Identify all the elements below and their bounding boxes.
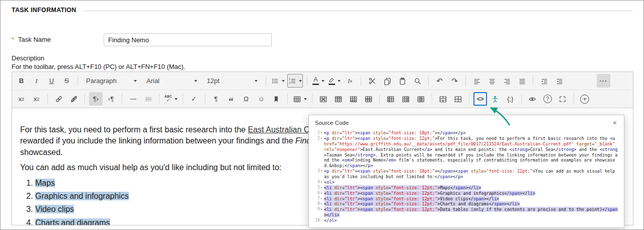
highlight-color-bar xyxy=(329,84,335,85)
line-number-gutter: 2▾ xyxy=(311,136,324,169)
align-right-button[interactable] xyxy=(500,74,514,88)
fullscreen-icon xyxy=(558,95,567,103)
chevron-down-icon xyxy=(134,80,137,82)
toolbar-separator xyxy=(428,75,429,87)
merge-cells-button[interactable] xyxy=(436,92,450,106)
undo-button[interactable]: ↶ xyxy=(433,74,446,88)
fold-arrow-icon[interactable]: ▾ xyxy=(320,196,323,202)
fullscreen-button[interactable] xyxy=(556,92,570,106)
insert-row-after-button[interactable] xyxy=(347,92,360,106)
insert-table-button[interactable] xyxy=(292,92,308,106)
numbered-list-icon: 12 xyxy=(288,77,296,85)
checkmark-button[interactable]: ✓ xyxy=(187,92,201,106)
delete-column-button[interactable] xyxy=(414,92,428,106)
superscript-button[interactable]: x2 xyxy=(15,92,28,106)
split-cells-button[interactable] xyxy=(451,92,465,106)
fold-arrow-icon[interactable]: ▾ xyxy=(320,207,323,212)
line-number-gutter: 6▾ xyxy=(311,191,324,196)
cut-button[interactable] xyxy=(365,74,379,88)
insert-row-before-button[interactable] xyxy=(332,92,345,106)
font-size-select[interactable]: 12pt xyxy=(203,74,262,88)
chevron-down-icon xyxy=(338,80,341,82)
close-icon[interactable]: × xyxy=(611,118,619,127)
delete-table-icon xyxy=(319,95,328,103)
insert-button[interactable]: + xyxy=(578,92,592,106)
fold-arrow-icon[interactable]: ▾ xyxy=(320,201,323,207)
line-number: 2 xyxy=(317,136,320,141)
insert-column-before-button[interactable] xyxy=(384,92,397,106)
emoticon-button[interactable]: ☺ xyxy=(255,92,268,106)
line-number-gutter: 4▾ xyxy=(311,180,324,185)
search-button[interactable] xyxy=(411,74,424,88)
selected-text: Charts and diagrams xyxy=(35,218,110,225)
font-family-select[interactable]: Arial xyxy=(142,74,201,88)
subscript-button[interactable]: x2 xyxy=(30,92,43,106)
task-name-label-row: *Task Name xyxy=(12,36,51,43)
outdent-button[interactable] xyxy=(552,74,566,88)
rtl-direction-button[interactable]: ‹¶ xyxy=(104,92,118,106)
chevron-down-icon xyxy=(282,80,285,82)
preview-button[interactable] xyxy=(526,92,539,106)
italic-button[interactable]: I xyxy=(30,74,43,88)
bold-button[interactable]: B xyxy=(15,74,28,88)
toolbar-separator xyxy=(307,75,307,87)
more-toolbar-button[interactable]: ··· xyxy=(597,74,610,88)
insert-column-before-icon xyxy=(386,95,395,103)
spellcheck-button[interactable]: ABC✓ xyxy=(164,92,179,106)
insert-link-button[interactable] xyxy=(52,92,65,106)
fold-arrow-icon[interactable]: ▾ xyxy=(320,180,323,185)
eye-icon xyxy=(528,95,536,103)
horizontal-rule-button[interactable] xyxy=(126,92,140,106)
plus-icon: + xyxy=(580,95,589,104)
fold-arrow-icon[interactable]: ▾ xyxy=(320,136,323,141)
text-color-button[interactable]: A xyxy=(311,74,326,88)
code-sample-button[interactable]: {;} xyxy=(504,92,517,106)
underline-button[interactable]: U xyxy=(45,74,58,88)
bullet-list-icon xyxy=(271,77,279,85)
anchor-bookmark-button[interactable] xyxy=(270,92,283,106)
page-break-button[interactable] xyxy=(141,92,155,106)
copy-icon xyxy=(383,77,391,85)
selected-text: Video clips xyxy=(35,205,74,213)
align-justify-button[interactable] xyxy=(515,74,529,88)
chevron-down-icon xyxy=(194,80,197,82)
insert-column-after-button[interactable] xyxy=(399,92,413,106)
align-left-button[interactable] xyxy=(470,74,484,88)
paragraph-style-select[interactable]: Paragraph xyxy=(82,74,141,88)
line-number: 3 xyxy=(317,169,320,174)
fold-arrow-icon[interactable]: ▾ xyxy=(320,191,323,196)
line-number: 10 xyxy=(315,218,320,223)
toolbar-separator xyxy=(85,94,85,105)
toolbar-hint-text: For the toolbar, press ALT+F10 (PC) or A… xyxy=(12,63,185,70)
show-invisibles-button[interactable]: ¶ xyxy=(209,92,223,106)
source-code-area[interactable]: 1▾ <p dir="ltr"><span style="font-size: … xyxy=(309,129,624,227)
align-center-button[interactable] xyxy=(485,74,499,88)
indent-button[interactable] xyxy=(537,74,551,88)
redo-button[interactable]: ↷ xyxy=(448,74,461,88)
delete-table-button[interactable] xyxy=(316,92,330,106)
chevron-down-icon xyxy=(304,98,307,100)
highlight-color-button[interactable] xyxy=(327,74,342,88)
accessibility-checker-button[interactable] xyxy=(489,92,502,106)
insert-row-before-icon xyxy=(334,95,343,103)
delete-row-button[interactable] xyxy=(362,92,375,106)
paste-button[interactable] xyxy=(395,74,409,88)
special-character-button[interactable]: Ω xyxy=(239,92,253,106)
numbered-list-button[interactable]: 12 xyxy=(287,74,303,88)
code-text: <li dir="ltr"><span style="font-size: 12… xyxy=(324,185,481,190)
source-code-button[interactable]: <> xyxy=(473,92,487,106)
fold-arrow-icon[interactable]: ▾ xyxy=(320,130,323,136)
bullet-list-button[interactable] xyxy=(270,74,286,88)
source-code-line: 6▾ <li dir="ltr"><span style="font-size:… xyxy=(311,191,620,196)
blockquote-button[interactable]: “ xyxy=(224,92,238,106)
source-code-line: 2▾ <p dir="ltr"><span style="font-size: … xyxy=(311,136,620,169)
ltr-direction-button[interactable]: ¶› xyxy=(89,92,103,106)
clear-formatting-button[interactable]: Ix xyxy=(343,74,357,88)
task-name-input[interactable] xyxy=(104,33,272,46)
remove-link-button[interactable] xyxy=(67,92,80,106)
fold-arrow-icon[interactable]: ▾ xyxy=(320,169,323,174)
strikethrough-button[interactable]: S xyxy=(60,74,73,88)
copy-button[interactable] xyxy=(380,74,394,88)
fold-arrow-icon[interactable]: ▾ xyxy=(320,185,323,191)
help-button[interactable]: ? xyxy=(541,92,554,106)
